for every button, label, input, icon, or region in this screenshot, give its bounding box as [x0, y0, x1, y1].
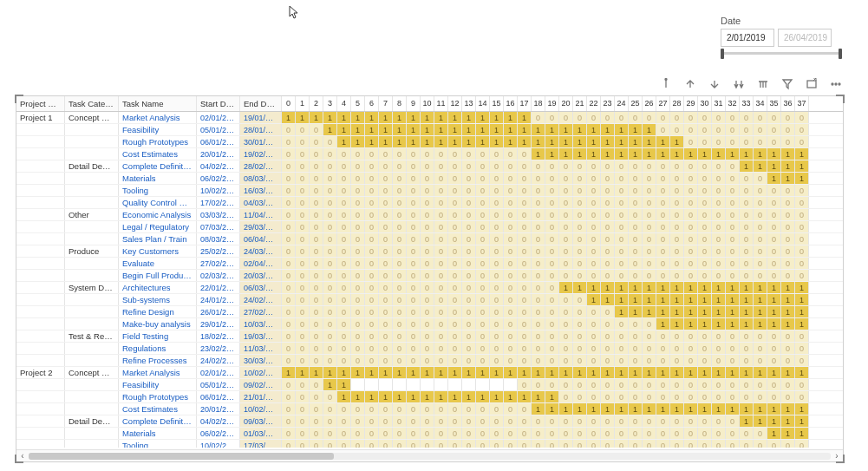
col-header-category[interactable]: Task Category — [65, 96, 119, 111]
col-header-day[interactable]: 16 — [504, 96, 518, 111]
col-header-day[interactable]: 28 — [670, 96, 684, 111]
cell-value: 0 — [296, 440, 310, 448]
table-row[interactable]: Make-buy analysis29/01/201910/03/2019000… — [16, 318, 843, 330]
col-header-day[interactable]: 32 — [726, 96, 740, 111]
cell-value: 0 — [310, 221, 323, 232]
col-header-day[interactable]: 12 — [448, 96, 462, 111]
col-header-day[interactable]: 0 — [282, 96, 296, 111]
drill-info-icon[interactable] — [660, 78, 672, 90]
col-header-day[interactable]: 23 — [601, 96, 615, 111]
table-row[interactable]: Tooling10/02/201917/03/20190000000000000… — [16, 440, 843, 448]
scroll-left-icon[interactable]: ‹ — [16, 451, 29, 461]
table-row[interactable]: Rough Prototypes06/01/201921/01/20190000… — [16, 391, 843, 403]
col-header-day[interactable]: 5 — [351, 96, 365, 111]
col-header-day[interactable]: 20 — [559, 96, 573, 111]
slider-handle-start[interactable] — [721, 49, 724, 59]
drill-expand-icon[interactable] — [757, 78, 769, 90]
table-row[interactable]: Materials06/02/201908/03/201900000000000… — [16, 173, 843, 185]
table-row[interactable]: Feasibility05/01/201909/02/2019000110000… — [16, 379, 843, 391]
cell-value: 1 — [448, 391, 462, 402]
col-header-day[interactable]: 27 — [656, 96, 670, 111]
matrix-visual-frame[interactable]: Project Name Task Category Task Name Sta… — [16, 95, 844, 462]
table-row[interactable]: Project 2Concept Dev.Market Analysis02/0… — [16, 367, 843, 379]
table-row[interactable]: Project 1Concept Dev.Market Analysis02/0… — [16, 112, 843, 124]
col-header-day[interactable]: 14 — [476, 96, 490, 111]
col-header-day[interactable]: 37 — [795, 96, 809, 111]
col-header-project[interactable]: Project Name — [16, 96, 65, 111]
col-header-day[interactable]: 7 — [379, 96, 393, 111]
col-header-day[interactable]: 3 — [323, 96, 337, 111]
col-header-day[interactable]: 25 — [629, 96, 643, 111]
cell-value: 0 — [767, 124, 781, 135]
col-header-day[interactable]: 21 — [573, 96, 587, 111]
table-row[interactable]: Rough Prototypes06/01/201930/01/20190000… — [16, 136, 843, 148]
scroll-thumb[interactable] — [29, 453, 334, 460]
drill-up-icon[interactable] — [684, 78, 696, 90]
col-header-day[interactable]: 24 — [615, 96, 629, 111]
date-end-input[interactable]: 26/04/2019 — [778, 29, 832, 47]
cell-value: 0 — [421, 209, 434, 220]
col-header-day[interactable]: 13 — [462, 96, 476, 111]
table-row[interactable]: Tooling10/02/201916/03/20190000000000000… — [16, 185, 843, 197]
table-row[interactable]: Refine Processes24/02/201930/03/20190000… — [16, 355, 843, 367]
cell-start: 10/02/2019 — [197, 185, 240, 196]
col-header-day[interactable]: 22 — [587, 96, 601, 111]
table-row[interactable]: Detail DesignComplete Definition04/02/20… — [16, 160, 843, 173]
col-header-day[interactable]: 17 — [518, 96, 532, 111]
table-row[interactable]: Refine Design26/01/201927/02/20190000000… — [16, 306, 843, 318]
col-header-day[interactable]: 18 — [532, 96, 545, 111]
col-header-day[interactable]: 8 — [393, 96, 407, 111]
table-row[interactable]: Feasibility05/01/201928/01/2019000111111… — [16, 124, 843, 136]
scroll-right-icon[interactable]: › — [831, 451, 843, 461]
table-row[interactable]: Detail DesignComplete Definition04/02/20… — [16, 415, 843, 428]
cell-value: 0 — [545, 185, 559, 196]
col-header-day[interactable]: 2 — [310, 96, 323, 111]
date-slider[interactable] — [721, 52, 842, 55]
col-header-day[interactable]: 9 — [407, 96, 421, 111]
col-header-day[interactable]: 1 — [296, 96, 310, 111]
horizontal-scrollbar[interactable]: ‹ › — [16, 449, 843, 461]
drill-down-icon[interactable] — [708, 78, 721, 90]
col-header-end[interactable]: End Date — [240, 96, 282, 111]
col-header-day[interactable]: 36 — [781, 96, 795, 111]
table-row[interactable]: Regulations23/02/201911/03/2019000000000… — [16, 343, 843, 355]
cell-value: 1 — [712, 306, 726, 317]
col-header-day[interactable]: 6 — [365, 96, 379, 111]
date-slicer[interactable]: Date 2/01/2019 26/04/2019 — [721, 16, 842, 55]
table-row[interactable]: Sub-systems24/01/201924/02/2019000000000… — [16, 294, 843, 306]
more-options-icon[interactable] — [830, 78, 842, 90]
table-row[interactable]: System DesignArchitectures22/01/201906/0… — [16, 282, 843, 294]
col-header-day[interactable]: 19 — [545, 96, 559, 111]
table-row[interactable]: Sales Plan / Train08/03/201906/04/201900… — [16, 233, 843, 245]
table-row[interactable]: Materials06/02/201901/03/201900000000000… — [16, 428, 843, 440]
col-header-day[interactable]: 33 — [740, 96, 754, 111]
col-header-day[interactable]: 31 — [712, 96, 726, 111]
col-header-day[interactable]: 4 — [337, 96, 351, 111]
table-row[interactable]: Quality Control Def.17/02/201904/03/2019… — [16, 197, 843, 209]
col-header-day[interactable]: 11 — [434, 96, 448, 111]
slider-handle-end[interactable] — [839, 49, 842, 59]
cell-value: 1 — [712, 148, 726, 160]
filter-icon[interactable] — [781, 78, 793, 90]
col-header-day[interactable]: 30 — [698, 96, 712, 111]
focus-mode-icon[interactable] — [806, 78, 818, 90]
table-row[interactable]: Legal / Regulatory07/03/201929/03/201900… — [16, 221, 843, 233]
table-row[interactable]: Evaluate27/02/201902/04/2019000000000000… — [16, 258, 843, 270]
table-row[interactable]: Cost Estimates20/01/201910/02/2019000000… — [16, 403, 843, 415]
col-header-start[interactable]: Start Date — [197, 96, 240, 111]
col-header-day[interactable]: 10 — [421, 96, 434, 111]
table-row[interactable]: ProduceKey Customers25/02/201924/03/2019… — [16, 245, 843, 258]
col-header-day[interactable]: 35 — [767, 96, 781, 111]
col-header-day[interactable]: 34 — [754, 96, 767, 111]
col-header-day[interactable]: 15 — [490, 96, 504, 111]
drill-next-level-icon[interactable] — [733, 78, 745, 90]
scroll-track[interactable] — [29, 453, 831, 460]
date-start-input[interactable]: 2/01/2019 — [721, 29, 774, 47]
col-header-day[interactable]: 26 — [643, 96, 656, 111]
col-header-task[interactable]: Task Name — [119, 96, 197, 111]
col-header-day[interactable]: 29 — [684, 96, 698, 111]
table-row[interactable]: OtherEconomic Analysis03/03/201911/04/20… — [16, 209, 843, 221]
table-row[interactable]: Test & RefineField Testing18/02/201919/0… — [16, 330, 843, 343]
table-row[interactable]: Cost Estimates20/01/201919/02/2019000000… — [16, 148, 843, 160]
table-row[interactable]: Begin Full Production02/03/201920/03/201… — [16, 270, 843, 282]
